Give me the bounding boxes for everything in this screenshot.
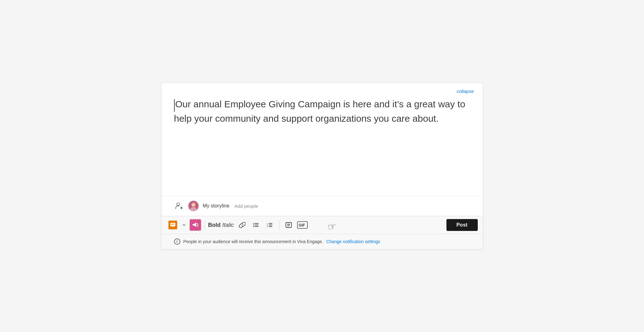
link-button[interactable] bbox=[236, 219, 248, 231]
add-people-icon[interactable] bbox=[174, 201, 184, 211]
avatar bbox=[188, 200, 199, 212]
divider-2 bbox=[279, 221, 279, 229]
numbered-list-icon: 1 2 3 bbox=[266, 222, 273, 228]
text-cursor bbox=[174, 99, 175, 112]
message-icon bbox=[168, 221, 177, 229]
divider-1 bbox=[205, 221, 205, 229]
bold-button[interactable]: Bold bbox=[208, 219, 221, 231]
bold-icon: Bold bbox=[208, 222, 221, 228]
message-type-chevron[interactable] bbox=[180, 219, 188, 231]
svg-point-12 bbox=[253, 225, 254, 226]
insert-icon bbox=[285, 222, 292, 228]
svg-rect-7 bbox=[171, 225, 173, 225]
svg-point-11 bbox=[253, 223, 254, 224]
add-people-text[interactable]: Add people bbox=[234, 203, 258, 209]
link-icon bbox=[239, 222, 245, 228]
notification-settings-link[interactable]: Change notification settings bbox=[326, 239, 380, 244]
storyline-label: My storyline bbox=[203, 203, 229, 209]
svg-rect-6 bbox=[171, 224, 175, 224]
post-editor: collapse Our annual Employee Giving Camp… bbox=[161, 83, 483, 249]
audience-row: My storyline Add people bbox=[162, 196, 483, 216]
insert-button[interactable] bbox=[282, 219, 295, 231]
svg-point-13 bbox=[253, 226, 254, 227]
text-editor-area[interactable]: Our annual Employee Giving Campaign is h… bbox=[162, 83, 483, 196]
svg-text:3: 3 bbox=[267, 226, 268, 227]
info-icon: i bbox=[174, 238, 180, 245]
bullet-list-icon bbox=[252, 222, 259, 228]
svg-point-4 bbox=[192, 203, 195, 206]
italic-icon: Italic bbox=[222, 222, 234, 228]
announcement-icon bbox=[190, 219, 201, 231]
post-button[interactable]: Post bbox=[446, 219, 478, 231]
svg-point-0 bbox=[177, 203, 179, 206]
announcement-button[interactable] bbox=[189, 219, 202, 231]
gif-button[interactable]: GIF bbox=[296, 219, 309, 231]
italic-button[interactable]: Italic bbox=[222, 219, 234, 231]
notification-bar: i People in your audience will receive t… bbox=[162, 234, 483, 249]
toolbar: Bold Italic bbox=[162, 216, 483, 234]
editor-text: Our annual Employee Giving Campaign is h… bbox=[174, 99, 466, 124]
notification-text: People in your audience will receive thi… bbox=[183, 239, 323, 244]
numbered-list-button[interactable]: 1 2 3 bbox=[263, 219, 276, 231]
bullet-list-button[interactable] bbox=[250, 219, 262, 231]
message-type-button[interactable] bbox=[167, 219, 179, 231]
svg-text:GIF: GIF bbox=[299, 223, 305, 227]
gif-icon: GIF bbox=[297, 221, 308, 229]
